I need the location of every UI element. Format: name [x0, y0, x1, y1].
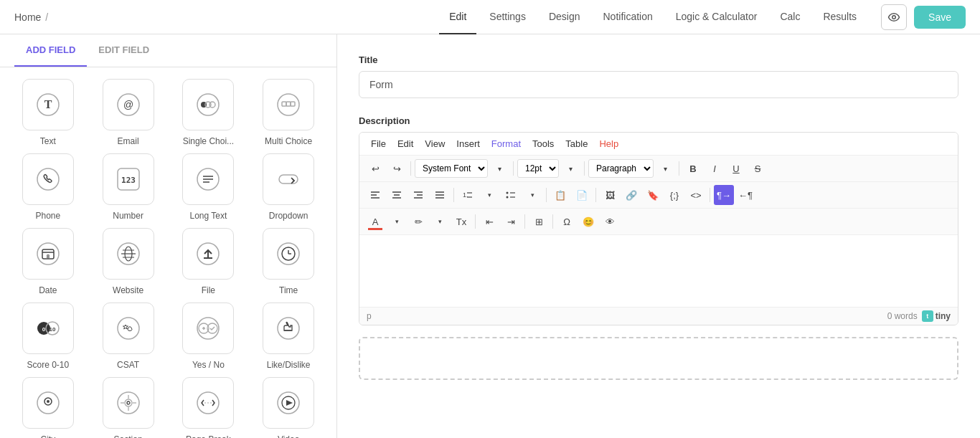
table-button[interactable]: ⊞ [529, 211, 549, 232]
field-website-label: Website [113, 285, 143, 295]
style-chevron[interactable]: ▾ [655, 158, 675, 178]
align-left-button[interactable] [365, 185, 385, 205]
font-color-button[interactable]: A [365, 211, 385, 232]
editor-statusbar: p 0 words t tiny [359, 307, 958, 325]
menu-tools[interactable]: Tools [527, 135, 560, 152]
field-score[interactable]: 0 10 Score 0-10 [11, 303, 85, 370]
underline-button[interactable]: U [726, 158, 746, 178]
preview-button[interactable] [881, 4, 907, 30]
tab-calc[interactable]: Calc [770, 0, 810, 34]
menu-view[interactable]: View [419, 135, 451, 152]
italic-button[interactable]: I [705, 158, 725, 178]
field-text[interactable]: T Text [11, 79, 85, 146]
font-family-select[interactable]: System Font [415, 159, 488, 178]
menu-file[interactable]: File [365, 135, 392, 152]
highlight-chevron[interactable]: ▾ [430, 211, 450, 232]
align-justify-button[interactable] [430, 185, 450, 205]
tab-results[interactable]: Results [813, 0, 867, 34]
indent-button[interactable]: ⇥ [501, 211, 521, 232]
field-like-dislike-label: Like/Dislike [267, 360, 311, 370]
highlight-button[interactable]: ✏ [408, 211, 428, 232]
field-city[interactable]: City [11, 377, 85, 438]
word-count: 0 words [887, 311, 918, 321]
svg-text:10: 10 [49, 326, 55, 333]
ol-chevron[interactable]: ▾ [479, 185, 499, 205]
menu-format[interactable]: Format [486, 135, 527, 152]
emoji-button[interactable]: 😊 [578, 211, 598, 232]
tab-edit[interactable]: Edit [439, 0, 476, 34]
field-video[interactable]: Video [252, 377, 325, 438]
field-page-break[interactable]: Page Break [172, 377, 245, 438]
align-center-button[interactable] [387, 185, 407, 205]
special-char-button[interactable]: Ω [557, 211, 577, 232]
field-phone[interactable]: Phone [11, 153, 85, 221]
bold-button[interactable]: B [683, 158, 703, 178]
field-multi-choice[interactable]: Multi Choice [252, 79, 325, 146]
sep-indent [524, 214, 525, 229]
size-chevron[interactable]: ▾ [560, 158, 580, 178]
link-button[interactable]: 🔗 [621, 185, 641, 205]
field-time-label: Time [279, 285, 298, 295]
image-button[interactable]: 🖼 [600, 185, 620, 205]
ltr-button[interactable]: ¶→ [714, 185, 734, 205]
field-single-choice[interactable]: Single Choi... [172, 79, 245, 146]
outdent-button[interactable]: ⇤ [479, 211, 499, 232]
font-color-chevron[interactable]: ▾ [387, 211, 407, 232]
field-text-label: Text [40, 136, 56, 146]
field-multi-choice-icon [263, 79, 314, 130]
clear-format-button[interactable]: Tx [451, 211, 471, 232]
paste-word-button[interactable]: 📄 [572, 185, 592, 205]
title-input[interactable] [359, 71, 958, 98]
menu-edit[interactable]: Edit [392, 135, 419, 152]
code-button[interactable]: {;} [664, 185, 684, 205]
font-chevron[interactable]: ▾ [489, 158, 509, 178]
main-layout: ADD FIELD EDIT FIELD T Text [0, 34, 980, 438]
tiny-text: tiny [936, 311, 951, 321]
field-long-text-icon [182, 153, 234, 205]
style-select[interactable]: Paragraph [588, 159, 654, 178]
sep-table [552, 214, 553, 229]
tab-logic[interactable]: Logic & Calculator [666, 0, 768, 34]
field-yes-no-label: Yes / No [192, 360, 225, 370]
field-yes-no[interactable]: Yes / No [172, 303, 245, 370]
svg-point-0 [892, 15, 896, 19]
tab-design[interactable]: Design [539, 0, 590, 34]
field-date-icon: 8 [22, 228, 74, 280]
field-dropdown[interactable]: Dropdown [252, 153, 325, 221]
paste-text-button[interactable]: 📋 [550, 185, 570, 205]
field-section[interactable]: Section [92, 377, 165, 438]
redo-button[interactable]: ↪ [387, 158, 407, 178]
strikethrough-button[interactable]: S [748, 158, 768, 178]
field-csat[interactable]: CSAT [92, 303, 165, 370]
unordered-list-button[interactable] [501, 185, 521, 205]
field-like-dislike[interactable]: Like/Dislike [252, 303, 325, 370]
undo-button[interactable]: ↩ [365, 158, 385, 178]
field-file[interactable]: File [172, 228, 245, 295]
rtl-button[interactable]: ←¶ [735, 185, 755, 205]
tab-notification[interactable]: Notification [593, 0, 662, 34]
ul-chevron[interactable]: ▾ [522, 185, 542, 205]
field-website[interactable]: Website [92, 228, 165, 295]
tab-add-field[interactable]: ADD FIELD [14, 34, 87, 67]
field-number[interactable]: 123 Number [92, 153, 165, 221]
save-button[interactable]: Save [914, 6, 966, 29]
home-link[interactable]: Home [14, 11, 41, 23]
tab-edit-field[interactable]: EDIT FIELD [87, 34, 161, 67]
menu-insert[interactable]: Insert [451, 135, 486, 152]
font-size-select[interactable]: 12pt [517, 159, 559, 178]
ordered-list-button[interactable]: 1. [458, 185, 478, 205]
field-date[interactable]: 8 Date [11, 228, 85, 295]
field-long-text[interactable]: Long Text [172, 153, 245, 221]
preview-content-button[interactable]: 👁 [600, 211, 620, 232]
tab-settings[interactable]: Settings [479, 0, 536, 34]
editor-body[interactable] [359, 235, 958, 307]
field-time[interactable]: Time [252, 228, 325, 295]
align-right-button[interactable] [408, 185, 428, 205]
anchor-button[interactable]: 🔖 [643, 185, 663, 205]
embed-button[interactable]: <> [686, 185, 706, 205]
field-email[interactable]: @ Email [92, 79, 165, 146]
sep-media [710, 188, 710, 202]
menu-help[interactable]: Help [593, 135, 624, 152]
menu-table[interactable]: Table [560, 135, 593, 152]
field-section-label: Section [114, 434, 143, 438]
